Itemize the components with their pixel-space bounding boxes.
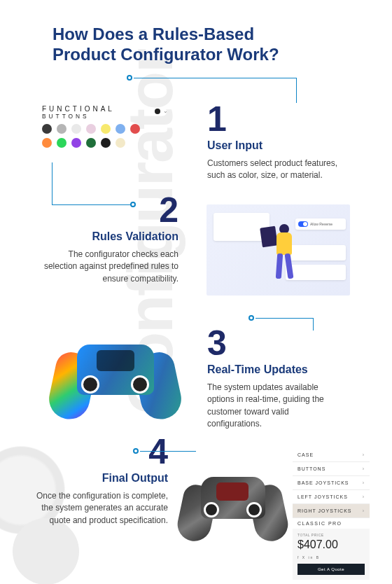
chevron-right-icon: › bbox=[363, 452, 365, 457]
step-heading: Real-Time Updates bbox=[207, 363, 344, 376]
spec-row[interactable]: CASE› bbox=[293, 448, 370, 462]
chevron-down-icon: ⌄ bbox=[163, 108, 168, 114]
step-1: 1 User Input Customers select product fe… bbox=[207, 102, 344, 182]
decor-ring bbox=[13, 518, 79, 584]
share-icons: f X in B bbox=[293, 555, 370, 564]
spec-row[interactable]: RIGHT JOYSTICKS› bbox=[293, 504, 370, 518]
color-swatch bbox=[86, 138, 96, 148]
color-swatch bbox=[115, 138, 125, 148]
color-swatch bbox=[101, 138, 111, 148]
chevron-right-icon: › bbox=[363, 480, 365, 485]
price-label: TOTAL PRICE bbox=[293, 529, 370, 538]
color-swatch bbox=[57, 124, 66, 134]
color-swatch bbox=[130, 124, 140, 134]
step-body: The system updates available options in … bbox=[207, 382, 344, 431]
step-4: 4 Final Output Once the configuration is… bbox=[28, 434, 168, 527]
connector-line bbox=[140, 451, 196, 452]
step-number: 3 bbox=[207, 326, 344, 361]
color-swatch bbox=[101, 124, 111, 134]
connector-line bbox=[52, 162, 52, 204]
step-heading: Final Output bbox=[102, 472, 168, 485]
color-swatch bbox=[71, 124, 81, 134]
step-heading: Rules Validation bbox=[92, 230, 178, 243]
spec-row[interactable]: BASE JOYSTICKS› bbox=[293, 476, 370, 490]
color-swatch bbox=[115, 124, 125, 134]
connector-line bbox=[134, 78, 296, 78]
step-number: 2 bbox=[159, 193, 178, 228]
step-number: 1 bbox=[207, 102, 344, 137]
spec-card: CASE›BUTTONS›BASE JOYSTICKS›LEFT JOYSTIC… bbox=[293, 448, 370, 580]
step-body: Once the configuration is complete, the … bbox=[31, 490, 168, 527]
chevron-right-icon: › bbox=[363, 508, 365, 513]
toggle-allow-reverse: Allow Reverse bbox=[298, 221, 343, 227]
color-swatch bbox=[57, 138, 66, 148]
connector-dot bbox=[127, 75, 132, 81]
connector-line bbox=[255, 318, 313, 319]
spec-subrow: CLASSIC PRO bbox=[293, 518, 370, 529]
step-body: Customers select product features, such … bbox=[207, 158, 344, 182]
step-number: 4 bbox=[148, 434, 168, 469]
color-swatch bbox=[71, 138, 81, 148]
connector-dot bbox=[130, 202, 136, 207]
step-3: 3 Real-Time Updates The system updates a… bbox=[207, 326, 344, 431]
step-body: The configurator checks each selection a… bbox=[42, 249, 178, 285]
price-value: $407.00 bbox=[293, 538, 370, 555]
connector-line bbox=[313, 318, 314, 331]
spec-row[interactable]: BUTTONS› bbox=[293, 462, 370, 476]
color-swatch bbox=[42, 138, 52, 148]
page-title: How Does a Rules-Based Product Configura… bbox=[0, 0, 294, 65]
connector-dot bbox=[133, 448, 139, 454]
color-swatch bbox=[86, 124, 96, 134]
connector-dot bbox=[248, 315, 254, 321]
controller-illustration bbox=[178, 473, 287, 543]
color-swatch bbox=[42, 124, 52, 134]
step-2: 2 Rules Validation The configurator chec… bbox=[35, 193, 178, 285]
chevron-right-icon: › bbox=[363, 494, 365, 499]
connector-line bbox=[52, 204, 132, 205]
swatches-panel: FUNCTIONAL BUTTONS ⌄ bbox=[42, 105, 175, 148]
step-heading: User Input bbox=[207, 139, 344, 152]
rules-illustration: Allow Reverse bbox=[206, 204, 350, 296]
person-icon bbox=[270, 224, 298, 280]
color-picker: ⌄ bbox=[155, 108, 168, 114]
connector-line bbox=[296, 78, 297, 103]
controller-illustration bbox=[50, 340, 180, 424]
chevron-right-icon: › bbox=[363, 466, 365, 471]
spec-row[interactable]: LEFT JOYSTICKS› bbox=[293, 490, 370, 504]
quote-button[interactable]: Get A Quote bbox=[298, 564, 365, 575]
